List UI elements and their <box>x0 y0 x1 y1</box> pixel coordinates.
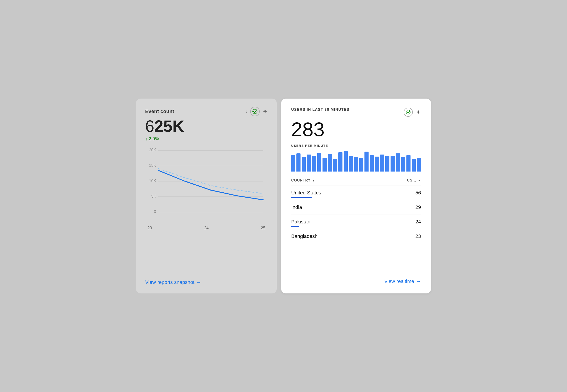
bar-23 <box>412 159 416 171</box>
bar-3 <box>307 154 311 171</box>
bar-16 <box>375 156 379 171</box>
country-name-0: United States <box>291 190 321 196</box>
country-row-inner-1: India29 <box>291 200 421 214</box>
country-bar-3 <box>291 241 297 241</box>
country-name-3: Bangladesh <box>291 233 318 239</box>
country-row-inner-2: Pakistan24 <box>291 215 421 228</box>
country-table-header: COUNTRY ▼ US... ▼ <box>291 178 421 185</box>
realtime-icons: ✦ <box>404 108 421 117</box>
country-value-0: 56 <box>416 190 421 196</box>
country-value-3: 23 <box>416 233 421 239</box>
bar-5 <box>317 153 321 171</box>
country-dropdown[interactable]: COUNTRY ▼ <box>291 178 315 182</box>
sparkle-icon: ✦ <box>262 108 268 115</box>
check-circle-right-icon <box>404 108 413 117</box>
card-right-header: USERS IN LAST 30 MINUTES ✦ <box>291 108 421 117</box>
svg-text:20K: 20K <box>149 148 156 152</box>
x-axis-labels: 23 24 25 <box>145 226 268 230</box>
users-count: 283 <box>291 119 421 139</box>
bar-13 <box>359 158 363 171</box>
bar-4 <box>312 156 316 171</box>
bar-22 <box>407 155 410 171</box>
country-row-inner-0: United States56 <box>291 186 421 199</box>
bar-21 <box>401 157 405 171</box>
country-row-0: United States56 <box>291 186 421 200</box>
event-count-chart: 20K 15K 10K 5K 0 23 24 25 <box>145 146 268 270</box>
country-table: United States56India29Pakistan24Banglade… <box>291 186 421 244</box>
bar-17 <box>380 154 384 171</box>
country-value-1: 29 <box>416 204 421 210</box>
country-row-1: India29 <box>291 200 421 215</box>
svg-text:10K: 10K <box>149 179 156 183</box>
event-count-value: 625K <box>145 118 268 134</box>
check-circle-icon <box>250 107 260 116</box>
bar-15 <box>370 155 374 171</box>
card-left-header: Event count › ✦ <box>145 107 268 116</box>
event-count-card: Event count › ✦ 625K ↑ 2.9% <box>136 98 277 294</box>
bar-2 <box>302 157 306 171</box>
country-row-3: Bangladesh23 <box>291 229 421 244</box>
bar-12 <box>354 157 358 171</box>
line-chart-svg: 20K 15K 10K 5K 0 <box>145 146 268 223</box>
country-row-inner-3: Bangladesh23 <box>291 229 421 243</box>
country-name-1: India <box>291 204 302 210</box>
bar-14 <box>364 152 369 171</box>
bar-7 <box>328 154 332 171</box>
event-count-title: Event count <box>145 109 174 114</box>
realtime-card: USERS IN LAST 30 MINUTES ✦ 283 USERS PER… <box>281 98 431 294</box>
us-dropdown[interactable]: US... ▼ <box>407 178 421 182</box>
bar-24 <box>417 158 421 171</box>
bar-1 <box>296 154 301 171</box>
bar-18 <box>385 156 389 171</box>
x-label-25: 25 <box>261 226 265 230</box>
country-name-2: Pakistan <box>291 219 310 225</box>
country-bar-2 <box>291 226 299 227</box>
bar-10 <box>344 151 348 171</box>
us-dropdown-arrow: ▼ <box>418 179 421 182</box>
view-realtime-link[interactable]: View realtime → <box>291 269 421 284</box>
country-value-2: 24 <box>416 219 421 225</box>
users-per-minute-label: USERS PER MINUTE <box>291 144 421 148</box>
percent-change: ↑ 2.9% <box>145 136 268 141</box>
country-dropdown-arrow: ▼ <box>312 179 316 182</box>
x-label-24: 24 <box>204 226 209 230</box>
view-snapshot-link[interactable]: View reports snapshot → <box>145 270 268 285</box>
country-bar-1 <box>291 212 301 212</box>
svg-text:5K: 5K <box>151 194 156 198</box>
bar-0 <box>291 155 295 171</box>
bar-20 <box>396 154 400 171</box>
svg-text:0: 0 <box>154 209 156 214</box>
country-row-2: Pakistan24 <box>291 215 421 229</box>
users-per-minute-chart <box>291 151 421 171</box>
sparkle-right-icon: ✦ <box>416 109 421 116</box>
bar-8 <box>333 159 337 171</box>
svg-text:15K: 15K <box>149 163 156 168</box>
navigate-arrow[interactable]: › <box>246 109 247 114</box>
card-left-icons: › ✦ <box>246 107 268 116</box>
country-bar-0 <box>291 197 312 198</box>
realtime-title: USERS IN LAST 30 MINUTES <box>291 108 349 112</box>
bar-19 <box>391 156 395 171</box>
bar-9 <box>338 152 342 171</box>
bar-11 <box>349 156 353 171</box>
x-label-23: 23 <box>147 226 152 230</box>
bar-6 <box>322 158 327 171</box>
dashboard-container: Event count › ✦ 625K ↑ 2.9% <box>136 98 431 294</box>
